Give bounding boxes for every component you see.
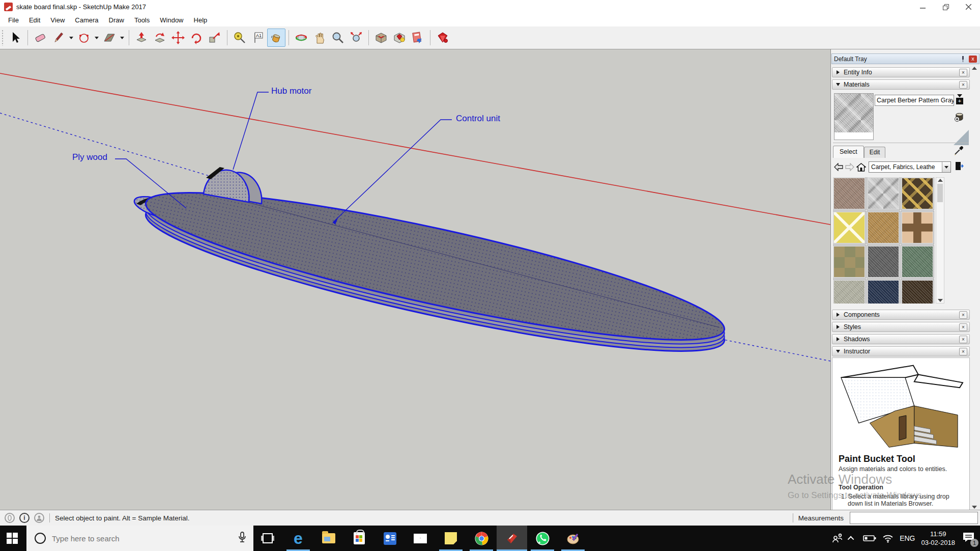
microphone-icon[interactable]: [238, 532, 246, 545]
home-button[interactable]: [855, 161, 867, 173]
back-button[interactable]: [833, 161, 844, 173]
material-swatch[interactable]: [901, 177, 934, 210]
material-swatch[interactable]: [901, 211, 934, 244]
generate-report-button[interactable]: [409, 29, 427, 47]
scale-tool-button[interactable]: [206, 29, 224, 47]
material-swatch[interactable]: [901, 245, 934, 278]
dropdown-caret-icon[interactable]: [942, 162, 950, 172]
instructor-close-button[interactable]: ×: [959, 348, 967, 355]
tray-overflow-chevron[interactable]: [849, 536, 854, 541]
taskbar-edge[interactable]: [283, 526, 313, 551]
credits-icon[interactable]: i: [19, 513, 30, 523]
taskbar-chrome[interactable]: [466, 526, 497, 551]
line-tool-dropdown[interactable]: [68, 29, 75, 47]
menu-edit[interactable]: Edit: [24, 15, 45, 25]
tab-select[interactable]: Select: [833, 146, 864, 158]
close-button[interactable]: [957, 0, 980, 14]
menu-window[interactable]: Window: [155, 15, 188, 25]
measurements-input[interactable]: [850, 512, 978, 524]
extension-warehouse-button[interactable]: [434, 29, 452, 47]
push-pull-tool-button[interactable]: [132, 29, 151, 47]
scroll-up-icon[interactable]: [938, 179, 943, 182]
taskbar-people[interactable]: [374, 526, 405, 551]
material-swatch[interactable]: [833, 177, 866, 210]
material-preview[interactable]: [834, 93, 874, 140]
taskbar-mail[interactable]: [405, 526, 436, 551]
tray-scrollbar[interactable]: [970, 65, 979, 510]
start-button[interactable]: [0, 526, 24, 551]
section-styles[interactable]: Styles ×: [832, 322, 970, 332]
menu-view[interactable]: View: [45, 15, 70, 25]
scroll-down-icon[interactable]: [972, 506, 977, 509]
menu-tools[interactable]: Tools: [129, 15, 155, 25]
share-model-button[interactable]: [390, 29, 409, 47]
section-entity-info[interactable]: Entity Info ×: [832, 67, 970, 77]
menu-draw[interactable]: Draw: [104, 15, 129, 25]
pan-tool-button[interactable]: [310, 29, 329, 47]
zoom-extents-tool-button[interactable]: [347, 29, 365, 47]
material-swatch[interactable]: [833, 245, 866, 278]
materials-close-button[interactable]: ×: [959, 81, 967, 89]
taskbar-sticky-notes[interactable]: [436, 526, 466, 551]
entity-info-close-button[interactable]: ×: [959, 69, 967, 76]
rotate-tool-button[interactable]: [187, 29, 206, 47]
3d-warehouse-button[interactable]: [372, 29, 390, 47]
action-center-button[interactable]: 1: [962, 532, 975, 545]
tray-title-bar[interactable]: Default Tray x: [831, 53, 979, 64]
taskbar-file-explorer[interactable]: [313, 526, 344, 551]
clock[interactable]: 11:59 03-02-2018: [921, 530, 956, 547]
taskbar-store[interactable]: [344, 526, 374, 551]
geolocation-icon[interactable]: [5, 513, 15, 523]
select-tool-button[interactable]: [6, 29, 24, 47]
text-tool-button[interactable]: A1: [249, 29, 267, 47]
create-material-button[interactable]: [954, 111, 967, 125]
line-tool-button[interactable]: [49, 29, 68, 47]
taskbar-sketchup[interactable]: [497, 526, 527, 551]
styles-close-button[interactable]: ×: [959, 323, 967, 331]
materials-library-dropdown[interactable]: Carpet, Fabrics, Leathe: [869, 161, 951, 173]
pin-icon[interactable]: [960, 56, 966, 62]
wifi-icon[interactable]: [882, 534, 893, 543]
minimize-button[interactable]: [911, 0, 934, 14]
material-swatch[interactable]: [867, 211, 900, 244]
people-tray-icon[interactable]: [832, 533, 843, 543]
arc-tool-dropdown[interactable]: [93, 29, 100, 47]
forward-button[interactable]: [844, 161, 855, 173]
materials-scrollbar[interactable]: [936, 177, 944, 304]
material-swatch[interactable]: [867, 245, 900, 278]
material-swatch[interactable]: [901, 280, 934, 304]
move-tool-button[interactable]: [169, 29, 187, 47]
material-name-field[interactable]: Carpet Berber Pattern Gray: [875, 95, 954, 106]
tray-close-button[interactable]: x: [969, 56, 977, 63]
section-components[interactable]: Components ×: [832, 310, 970, 320]
follow-me-tool-button[interactable]: [151, 29, 169, 47]
label-control-unit[interactable]: Control unit: [456, 114, 500, 124]
taskbar-search[interactable]: [26, 526, 253, 551]
menu-camera[interactable]: Camera: [70, 15, 103, 25]
battery-icon[interactable]: [863, 535, 876, 542]
sample-paint-eyedropper[interactable]: [954, 145, 965, 158]
material-swatch[interactable]: [833, 211, 866, 244]
rectangle-tool-dropdown[interactable]: [119, 29, 126, 47]
task-view-button[interactable]: [254, 526, 281, 551]
secondary-pane-button[interactable]: +: [956, 94, 965, 106]
taskbar-paint3d[interactable]: [558, 526, 588, 551]
language-indicator[interactable]: ENG: [900, 534, 915, 542]
menu-help[interactable]: Help: [189, 15, 213, 25]
components-close-button[interactable]: ×: [959, 311, 967, 319]
label-hub-motor[interactable]: Hub motor: [271, 86, 311, 96]
eraser-tool-button[interactable]: [31, 29, 49, 47]
tape-measure-tool-button[interactable]: [230, 29, 249, 47]
paint-bucket-tool-button[interactable]: [267, 29, 285, 47]
material-swatch[interactable]: [867, 177, 900, 210]
details-button[interactable]: [955, 161, 965, 173]
scroll-up-icon[interactable]: [972, 67, 977, 70]
taskbar-whatsapp[interactable]: [527, 526, 558, 551]
zoom-tool-button[interactable]: [329, 29, 347, 47]
material-swatch[interactable]: [867, 280, 900, 304]
scroll-down-icon[interactable]: [938, 299, 943, 302]
menu-file[interactable]: File: [3, 15, 24, 25]
search-input[interactable]: [52, 534, 238, 543]
section-instructor[interactable]: Instructor ×: [832, 346, 970, 356]
scrollbar-thumb[interactable]: [937, 184, 943, 202]
